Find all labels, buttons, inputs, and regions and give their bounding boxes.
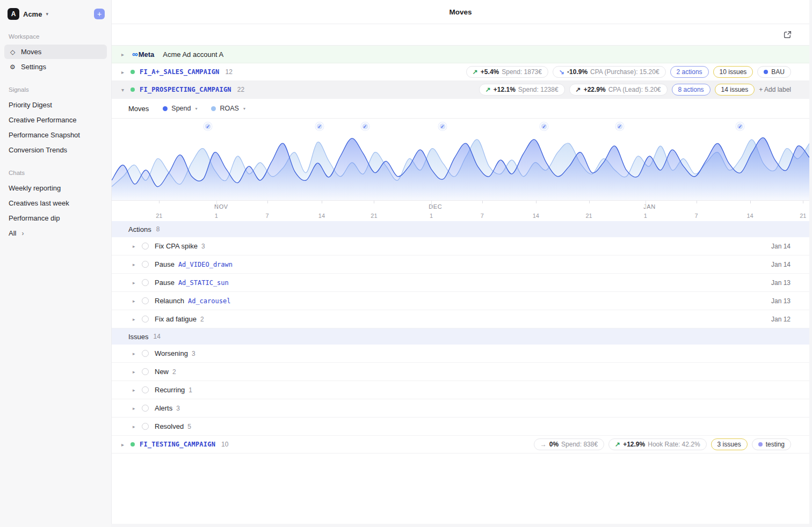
issue-count: 1 [189, 386, 192, 394]
axis-tick-label: 21 [585, 213, 592, 219]
workspace-switcher[interactable]: A Acme ▾ + [0, 6, 111, 21]
action-link[interactable]: Ad_STATIC_sun [178, 279, 229, 287]
sidebar-item-performance-snapshot[interactable]: Performance Snapshot [4, 128, 107, 142]
metric-pct: 0% [549, 441, 559, 448]
move-check-icon[interactable]: ✓ [615, 122, 624, 130]
actions-pill[interactable]: 8 actions [672, 84, 711, 96]
legend-roas-dropdown[interactable]: ROAS ▾ [211, 105, 245, 112]
campaign-row-sales[interactable]: ▸ FI_A+_SALES_CAMPAIGN 12 ↗ +5.4% Spend:… [112, 63, 809, 81]
expand-icon[interactable]: ▸ [121, 442, 128, 448]
axis-tick-mark [216, 201, 217, 209]
campaign-name[interactable]: FI_PROSPECTING_CAMPAIGN [140, 86, 231, 93]
expand-icon[interactable]: ▸ [133, 387, 138, 393]
checkbox[interactable] [142, 350, 149, 357]
action-row[interactable]: ▸ Pause Ad_STATIC_sun Jan 13 [112, 274, 809, 292]
move-check-icon[interactable]: ✓ [204, 122, 212, 130]
metric-label: CPA (Lead): 5.20€ [608, 86, 661, 93]
expand-icon[interactable]: ▸ [133, 351, 138, 356]
axis-tick-mark [697, 201, 697, 203]
issues-section-header[interactable]: Issues 14 [112, 328, 809, 345]
expand-icon[interactable]: ▸ [133, 280, 138, 286]
expand-icon[interactable]: ▸ [133, 244, 138, 249]
move-check-icon[interactable]: ✓ [540, 122, 548, 130]
expand-icon[interactable]: ▸ [133, 369, 138, 375]
expand-icon[interactable]: ▸ [133, 262, 138, 267]
issues-pill[interactable]: 10 issues [713, 66, 753, 78]
action-row[interactable]: ▸ Relaunch Ad_carousel Jan 13 [112, 292, 809, 310]
move-check-icon[interactable]: ✓ [361, 122, 369, 130]
actions-section-header[interactable]: Actions 8 [112, 221, 809, 237]
issue-row[interactable]: ▸ Alerts 3 [112, 399, 809, 418]
move-check-icon[interactable]: ✓ [438, 122, 446, 130]
expand-icon[interactable]: ▸ [133, 298, 138, 304]
issue-row[interactable]: ▸ Recurring 1 [112, 381, 809, 399]
section-label-workspace: Workspace [0, 21, 111, 44]
sidebar-item-all[interactable]: All › [4, 226, 107, 240]
checkbox[interactable] [142, 261, 149, 268]
action-link[interactable]: Ad_carousel [188, 297, 230, 305]
collapse-icon[interactable]: ▾ [121, 87, 128, 93]
actions-pill[interactable]: 2 actions [670, 66, 709, 78]
action-link[interactable]: Ad_VIDEO_drawn [178, 261, 233, 268]
sidebar-item-priority-digest[interactable]: Priority Digest [4, 98, 107, 112]
legend-spend-dropdown[interactable]: Spend ▾ [163, 105, 197, 112]
axis-tick-label: 21 [800, 213, 806, 219]
action-date: Jan 14 [771, 243, 791, 250]
metric-label: CPA (Purchase): 15.20€ [590, 68, 659, 76]
campaign-name[interactable]: FI_TESTING_CAMPAIGN [140, 441, 215, 448]
checkbox[interactable] [142, 386, 149, 393]
checkbox[interactable] [142, 279, 149, 286]
spend-roas-chart[interactable]: ✓✓✓✓✓✓✓ [112, 119, 809, 201]
action-title: Fix CPA spike [155, 242, 198, 250]
sidebar-item-conversion-trends[interactable]: Conversion Trends [4, 143, 107, 157]
sidebar-item-weekly-reporting[interactable]: Weekly reporting [4, 181, 107, 195]
campaign-row-prospecting[interactable]: ▾ FI_PROSPECTING_CAMPAIGN 22 ↗ +12.1% Sp… [112, 81, 809, 99]
trend-flat-icon: → [540, 441, 547, 448]
meta-logo: ∞ Meta [132, 50, 154, 58]
sidebar-item-creatives-last-week[interactable]: Creatives last week [4, 196, 107, 210]
move-check-icon[interactable]: ✓ [316, 122, 324, 130]
action-title: Fix ad fatigue [155, 315, 197, 323]
checkbox[interactable] [142, 297, 149, 304]
issue-count: 2 [172, 368, 176, 376]
expand-icon[interactable]: ▸ [121, 52, 128, 57]
label-pill-testing[interactable]: testing [752, 438, 791, 450]
section-label-chats: Chats [0, 158, 111, 180]
expand-icon[interactable]: ▸ [133, 406, 138, 411]
checkbox[interactable] [142, 405, 149, 412]
issues-pill[interactable]: 14 issues [715, 84, 755, 96]
metric-pct: -10.9% [567, 68, 588, 76]
sidebar-item-settings[interactable]: ⚙ Settings [4, 60, 107, 74]
sidebar-item-label: Priority Digest [9, 101, 52, 109]
metric-pill-spend: → 0% Spend: 838€ [534, 438, 604, 450]
add-label-button[interactable]: + Add label [759, 86, 791, 93]
issue-row[interactable]: ▸ New 2 [112, 363, 809, 381]
ad-account-row[interactable]: ▸ ∞ Meta Acme Ad account A [112, 46, 809, 63]
sidebar-item-creative-performance[interactable]: Creative Performance [4, 113, 107, 127]
checkbox[interactable] [142, 368, 149, 375]
issues-pill[interactable]: 3 issues [711, 438, 748, 450]
checkbox[interactable] [142, 423, 149, 430]
expand-icon[interactable]: ▸ [121, 69, 128, 75]
issue-row[interactable]: ▸ Resolved 5 [112, 418, 809, 436]
checkbox[interactable] [142, 243, 149, 250]
campaign-row-testing[interactable]: ▸ FI_TESTING_CAMPAIGN 10 → 0% Spend: 838… [112, 436, 809, 453]
label-dot [764, 70, 768, 74]
label-text: testing [766, 441, 785, 448]
sidebar-item-performance-dip[interactable]: Performance dip [4, 211, 107, 225]
open-external-icon[interactable] [783, 30, 792, 39]
expand-icon[interactable]: ▸ [133, 424, 138, 429]
add-button[interactable]: + [94, 9, 105, 19]
campaign-name[interactable]: FI_A+_SALES_CAMPAIGN [140, 68, 220, 76]
trend-up-icon: ↗ [576, 86, 581, 93]
move-check-icon[interactable]: ✓ [736, 122, 744, 130]
expand-icon[interactable]: ▸ [133, 317, 138, 322]
axis-tick-mark [536, 201, 536, 203]
action-row[interactable]: ▸ Fix CPA spike 3 Jan 14 [112, 237, 809, 255]
action-row[interactable]: ▸ Pause Ad_VIDEO_drawn Jan 14 [112, 255, 809, 274]
issue-row[interactable]: ▸ Worsening 3 [112, 345, 809, 363]
checkbox[interactable] [142, 316, 149, 323]
action-row[interactable]: ▸ Fix ad fatigue 2 Jan 12 [112, 310, 809, 328]
label-pill-bau[interactable]: BAU [757, 66, 791, 78]
sidebar-item-moves[interactable]: ◇ Moves [4, 45, 107, 59]
